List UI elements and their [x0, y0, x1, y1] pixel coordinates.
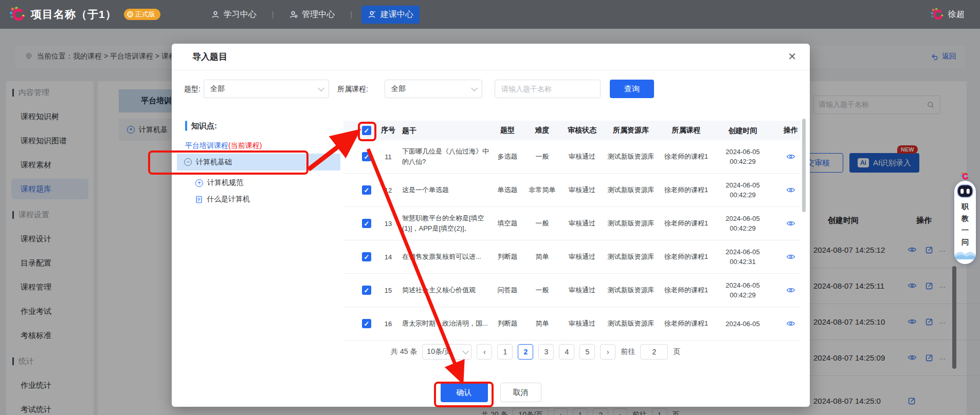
eye-icon[interactable]	[786, 253, 795, 261]
document-icon	[195, 196, 203, 203]
nav-build-center[interactable]: 建课中心	[361, 6, 420, 24]
course-filter-select[interactable]: 全部	[385, 80, 482, 98]
plus-circle-icon[interactable]: +	[195, 179, 203, 187]
course-filter-label: 所属课程:	[337, 85, 368, 94]
import-questions-modal: 导入题目 ✕ 题型: 全部 所属课程: 全部 查询 知识点: 平台培训课程(当前…	[172, 44, 810, 407]
row-checkbox[interactable]	[362, 286, 371, 295]
goto-unit: 页	[673, 347, 680, 356]
page-button-3[interactable]: 3	[538, 344, 554, 360]
nav-learn-center[interactable]: 学习中心	[205, 6, 263, 24]
type-filter-select[interactable]: 全部	[204, 80, 329, 98]
close-icon[interactable]: ✕	[788, 51, 796, 62]
eye-icon[interactable]	[786, 219, 795, 228]
nav-manage-center[interactable]: 管理中心	[283, 6, 341, 24]
stem-filter-input[interactable]	[495, 80, 601, 98]
widget-label: 职 教 一 问	[961, 202, 969, 247]
row-checkbox[interactable]	[362, 219, 371, 228]
assistant-widget[interactable]: 职 教 一 问	[954, 181, 976, 264]
table-row: 12 这是一个单选题 单选题 非常简单 审核通过 测试新版资源库 徐老师的课程1…	[343, 174, 801, 207]
select-all-checkbox[interactable]	[362, 126, 371, 135]
table-row: 11 下面哪几位是《八仙过海》中的八仙? 多选题 一般 审核通过 测试新版资源库…	[343, 140, 801, 174]
page-button-2-active[interactable]: 2	[518, 344, 533, 360]
minus-circle-icon[interactable]: −	[184, 158, 192, 166]
wave-icon	[954, 248, 976, 259]
table-row: 13 智慧职教平台的全称是[填空(1)]，APP是[填空(2)]。 填空题 一般…	[343, 207, 801, 240]
tree-node-selected[interactable]: − 计算机基础	[177, 154, 340, 171]
eye-icon[interactable]	[786, 286, 795, 294]
student-icon	[211, 10, 220, 19]
goto-label: 前往	[621, 347, 635, 356]
table-row: 15 简述社会主义核心价值观 问答题 一般 审核通过 测试新版资源库 徐老师的课…	[343, 274, 801, 307]
row-checkbox[interactable]	[362, 152, 371, 161]
app-title: 项目名称（于1）	[31, 7, 117, 22]
modal-footer: 确认 取消	[172, 383, 810, 402]
row-checkbox[interactable]	[362, 252, 371, 261]
table-row: 14 在销售发票复核前可以进... 判断题 简单 审核通过 测试新版资源库 徐老…	[343, 240, 801, 274]
chevron-down-icon	[463, 348, 469, 354]
knowledge-points-header: 知识点:	[185, 121, 217, 131]
confirm-button[interactable]: 确认	[441, 383, 488, 402]
eye-icon[interactable]	[786, 153, 795, 161]
modal-header: 导入题目	[172, 44, 810, 70]
app-logo-icon	[8, 6, 26, 23]
nav-separator: |	[272, 10, 274, 18]
page-size-select[interactable]: 10条/页	[422, 344, 471, 360]
chevron-down-icon	[318, 85, 324, 91]
cancel-button[interactable]: 取消	[500, 383, 541, 402]
tree-node-child[interactable]: + 计算机规范	[195, 178, 243, 187]
total-count: 共 45 条	[391, 347, 417, 356]
robot-icon	[956, 183, 974, 199]
modal-pagination: 共 45 条 10条/页 ‹ 1 2 3 4 5 › 前往 页	[391, 344, 680, 360]
goto-page-input[interactable]	[640, 344, 668, 360]
username[interactable]: 徐超	[948, 9, 965, 20]
page-button-1[interactable]: 1	[497, 344, 513, 360]
medal-icon	[127, 11, 133, 17]
type-filter-label: 题型:	[184, 85, 201, 94]
person-gear-icon	[289, 10, 298, 19]
section-bar	[185, 121, 187, 131]
modal-question-table: 序号 题干 题型 难度 审核状态 所属资源库 所属课程 创建时间 操作 11 下…	[343, 121, 801, 342]
topbar: 项目名称（于1） 正式版 学习中心 | 管理中心 | 建课中心	[0, 0, 980, 29]
eye-icon[interactable]	[786, 319, 795, 328]
tree-node-child[interactable]: 什么是计算机	[195, 195, 250, 204]
prev-page-button[interactable]: ‹	[477, 344, 492, 360]
modal-scrollbar-thumb[interactable]	[802, 119, 806, 212]
table-row: 16 唐太宗时期，政治清明，国... 判断题 简单 审核通过 测试新版资源库 徐…	[343, 307, 801, 341]
nav-separator: |	[350, 10, 352, 18]
tree-course-link[interactable]: 平台培训课程(当前课程)	[185, 141, 262, 150]
page-button-5[interactable]: 5	[579, 344, 595, 360]
table-header-row: 序号 题干 题型 难度 审核状态 所属资源库 所属课程 创建时间 操作	[343, 121, 801, 140]
modal-title: 导入题目	[192, 51, 227, 63]
eye-icon[interactable]	[786, 186, 795, 194]
row-checkbox[interactable]	[362, 185, 371, 195]
search-button[interactable]: 查询	[610, 80, 654, 98]
page-button-4[interactable]: 4	[559, 344, 574, 360]
chevron-down-icon	[471, 85, 478, 91]
person-pen-icon	[368, 10, 377, 19]
user-avatar-logo-icon[interactable]	[930, 7, 944, 22]
table-body: 11 下面哪几位是《八仙过海》中的八仙? 多选题 一般 审核通过 测试新版资源库…	[343, 140, 801, 342]
version-badge: 正式版	[124, 9, 160, 20]
next-page-button[interactable]: ›	[600, 344, 615, 360]
row-checkbox[interactable]	[362, 319, 371, 328]
